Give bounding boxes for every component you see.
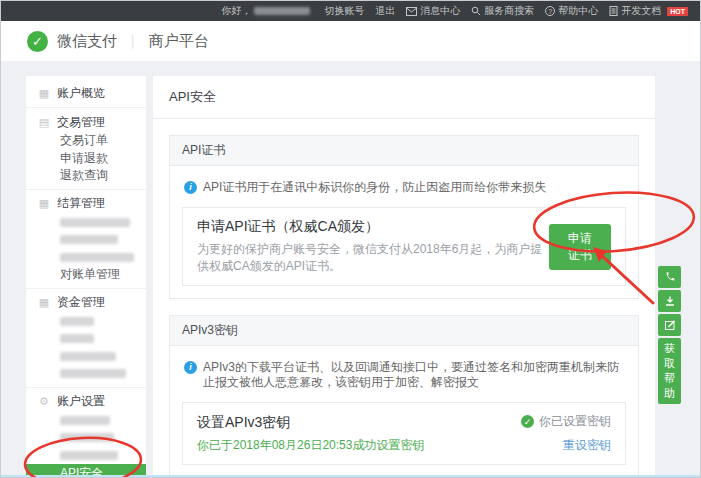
topbar: 你好， 切换账号 退出 消息中心 服务商搜索 ? 帮助中心 开发文档 HOT — [1, 1, 700, 21]
sidebar-group-settlement: ▦ 结算管理 对账单管理 — [26, 189, 146, 288]
apply-cert-desc: 为更好的保护商户账号安全，微信支付从2018年6月起，为商户提供权威CA颁发的A… — [197, 241, 549, 275]
feedback-button[interactable] — [658, 314, 681, 336]
sidebar-item-redacted[interactable] — [26, 313, 146, 331]
redacted-label — [60, 317, 94, 326]
sidebar-group-label: 资金管理 — [57, 294, 105, 311]
switch-account-link[interactable]: 切换账号 — [324, 4, 364, 18]
api-cert-section: API证书 i API证书用于在通讯中标识你的身份，防止因盗用而给你带来损失 申… — [169, 135, 639, 299]
main-content: API证书 i API证书用于在通讯中标识你的身份，防止因盗用而给你带来损失 申… — [153, 119, 655, 478]
question-circle-icon: ? — [545, 6, 555, 16]
sidebar-item-account-settings[interactable]: ⚙ 账户设置 — [26, 392, 146, 412]
greeting-text: 你好， — [221, 4, 251, 18]
sidebar-item-transaction-mgmt[interactable]: ▤ 交易管理 — [26, 112, 146, 132]
search-icon — [471, 6, 481, 16]
get-help-button[interactable]: 获取帮助 — [658, 338, 681, 404]
redacted-label — [60, 433, 114, 442]
apiv3-key-section: APIv3密钥 i APIv3的下载平台证书、以及回调通知接口中，要通过签名和加… — [169, 315, 639, 478]
dev-docs-link[interactable]: 开发文档 HOT — [609, 4, 688, 18]
sidebar-group-label: 账户设置 — [57, 393, 105, 410]
message-center-label: 消息中心 — [420, 4, 460, 18]
api-cert-section-body: i API证书用于在通讯中标识你的身份，防止因盗用而给你带来损失 申请API证书… — [170, 166, 638, 298]
sidebar-item-redacted[interactable] — [26, 231, 146, 249]
header: ✓ 微信支付 ｜ 商户平台 — [1, 21, 700, 61]
main-panel: API安全 API证书 i API证书用于在通讯中标识你的身份，防止因盗用而给你… — [153, 76, 655, 478]
greeting: 你好， — [221, 4, 313, 18]
sidebar-item-transaction-orders[interactable]: 交易订单 — [26, 132, 146, 150]
logout-link[interactable]: 退出 — [375, 4, 395, 18]
redacted-label — [60, 334, 94, 343]
list-icon: ▤ — [38, 116, 50, 129]
sidebar-item-redacted[interactable] — [26, 412, 146, 430]
floating-help-bar: 获取帮助 — [658, 266, 681, 404]
apiv3-info-row: i APIv3的下载平台证书、以及回调通知接口中，要通过签名和加密两重机制来防止… — [182, 358, 626, 390]
sidebar-item-redacted[interactable] — [26, 348, 146, 366]
sidebar-item-redacted[interactable] — [26, 330, 146, 348]
info-icon: i — [184, 181, 197, 194]
sidebar-item-redacted[interactable] — [26, 429, 146, 447]
sidebar-item-redacted[interactable] — [26, 214, 146, 232]
sidebar-group-account-overview: ▦ 账户概览 — [26, 79, 146, 107]
api-cert-info-text: API证书用于在通讯中标识你的身份，防止因盗用而给你带来损失 — [203, 180, 546, 195]
api-cert-info-row: i API证书用于在通讯中标识你的身份，防止因盗用而给你带来损失 — [182, 178, 626, 195]
help-center-link[interactable]: ? 帮助中心 — [545, 4, 598, 18]
contact-phone-button[interactable] — [658, 266, 681, 288]
redacted-label — [60, 352, 116, 361]
sidebar-item-apply-refund[interactable]: 申请退款 — [26, 150, 146, 168]
page-title: API安全 — [153, 76, 655, 119]
sidebar-group-label: 账户概览 — [57, 85, 105, 102]
apply-cert-button[interactable]: 申请证书 — [549, 224, 611, 270]
table-icon: ▦ — [38, 197, 50, 210]
sidebar-group-funds: ▦ 资金管理 — [26, 288, 146, 387]
bottom-edge-line — [1, 475, 700, 477]
hot-badge: HOT — [667, 7, 688, 16]
apiv3-key-status: ✓ 你已设置密钥 — [521, 413, 611, 430]
apply-cert-title: 申请API证书（权威CA颁发） — [197, 218, 549, 236]
sidebar-item-refund-query[interactable]: 退款查询 — [26, 167, 146, 185]
apply-cert-card: 申请API证书（权威CA颁发） 为更好的保护商户账号安全，微信支付从2018年6… — [182, 207, 626, 286]
sidebar: ▦ 账户概览 ▤ 交易管理 交易订单 申请退款 退款查询 ▦ 结算管理 — [26, 76, 146, 477]
envelope-icon — [406, 7, 417, 16]
redacted-label — [60, 416, 110, 425]
gear-icon: ⚙ — [38, 395, 50, 408]
message-center-link[interactable]: 消息中心 — [406, 4, 460, 18]
sidebar-item-statement-mgmt[interactable]: 对账单管理 — [26, 266, 146, 284]
sidebar-item-redacted[interactable] — [26, 249, 146, 267]
dev-docs-label: 开发文档 — [621, 4, 661, 18]
apiv3-key-card: 设置APIv3密钥 你已于2018年08月26日20:53成功设置密钥 ✓ 你已… — [182, 402, 626, 465]
portal-title: 商户平台 — [149, 32, 209, 51]
brand-title: 微信支付 — [57, 32, 117, 51]
phone-icon — [664, 271, 676, 283]
redacted-label — [60, 451, 118, 460]
download-button[interactable] — [658, 290, 681, 312]
account-id-redacted — [254, 7, 310, 15]
sidebar-group-label: 结算管理 — [57, 195, 105, 212]
check-circle-icon: ✓ — [521, 415, 534, 428]
sidebar-group-label: 交易管理 — [57, 114, 105, 131]
document-icon — [609, 6, 618, 16]
redacted-label — [60, 253, 134, 262]
sidebar-group-account-settings: ⚙ 账户设置 API安全 — [26, 387, 146, 478]
apiv3-section-title: APIv3密钥 — [170, 316, 638, 346]
grid-icon: ▦ — [38, 87, 50, 100]
sidebar-item-account-overview[interactable]: ▦ 账户概览 — [26, 83, 146, 103]
edit-feedback-icon — [664, 319, 676, 331]
apply-cert-card-text: 申请API证书（权威CA颁发） 为更好的保护商户账号安全，微信支付从2018年6… — [197, 218, 549, 275]
apiv3-key-status-text: 你已设置密钥 — [539, 413, 611, 430]
sidebar-item-redacted[interactable] — [26, 447, 146, 465]
help-center-label: 帮助中心 — [558, 4, 598, 18]
sidebar-item-settlement-mgmt[interactable]: ▦ 结算管理 — [26, 194, 146, 214]
sidebar-item-funds-mgmt[interactable]: ▦ 资金管理 — [26, 293, 146, 313]
provider-search-label: 服务商搜索 — [484, 4, 534, 18]
sidebar-item-redacted[interactable] — [26, 365, 146, 383]
download-icon — [664, 295, 676, 307]
wechat-pay-merchant-screen: 你好， 切换账号 退出 消息中心 服务商搜索 ? 帮助中心 开发文档 HOT ✓… — [0, 0, 701, 478]
wechat-pay-logo-icon: ✓ — [27, 31, 48, 52]
redacted-label — [60, 218, 130, 227]
redacted-label — [60, 369, 126, 378]
grid-icon: ▦ — [38, 296, 50, 309]
provider-search-link[interactable]: 服务商搜索 — [471, 4, 534, 18]
info-icon: i — [184, 361, 197, 374]
sidebar-group-transaction: ▤ 交易管理 交易订单 申请退款 退款查询 — [26, 107, 146, 189]
apiv3-key-title: 设置APIv3密钥 — [197, 414, 424, 432]
reset-key-link[interactable]: 重设密钥 — [563, 437, 611, 454]
